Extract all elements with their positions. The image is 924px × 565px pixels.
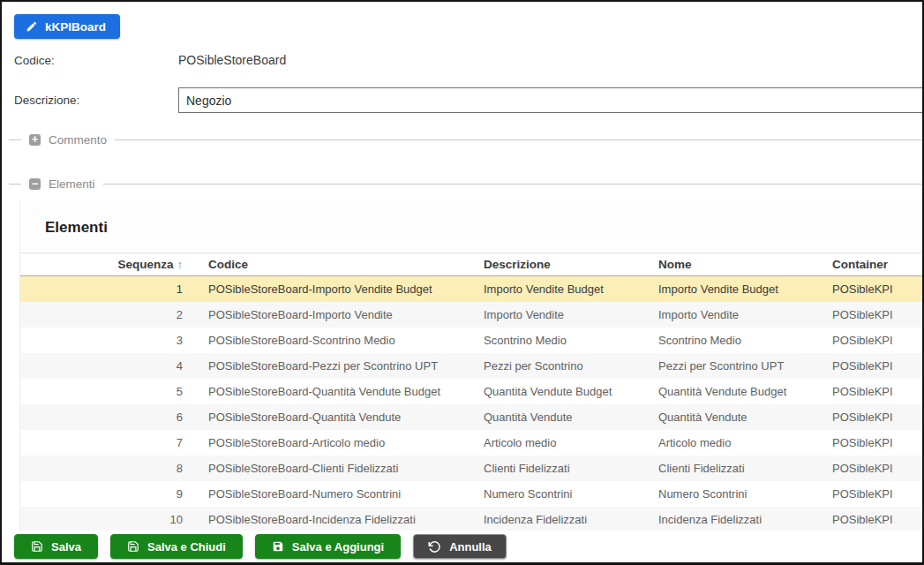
expand-plus-icon[interactable]: + <box>29 134 41 146</box>
cell-descrizione: Quantità Vendute <box>465 404 640 430</box>
save-button-label: Salva <box>51 540 81 554</box>
save-and-close-button-label: Salva e Chiudi <box>147 540 226 554</box>
cell-descrizione: Scontrino Medio <box>465 328 640 353</box>
cell-codice: POSibleStoreBoard-Incidenza Fidelizzati <box>190 507 465 532</box>
codice-label: Codice: <box>14 54 178 67</box>
cell-descrizione: Importo Vendite <box>465 302 640 328</box>
cell-codice: POSibleStoreBoard-Articolo medio <box>190 430 465 456</box>
column-header-descrizione[interactable]: Descrizione <box>465 253 640 276</box>
save-and-add-button[interactable]: Salva e Aggiungi <box>255 534 401 559</box>
save-outline-icon <box>31 540 43 553</box>
cell-descrizione: Articolo medio <box>465 430 640 456</box>
section-commento-label-group: + Commento <box>21 132 115 147</box>
grid-title: Elementi <box>20 200 922 252</box>
cell-codice: POSibleStoreBoard-Scontrino Medio <box>190 328 465 353</box>
save-outline-icon <box>127 540 139 553</box>
column-header-sequenza[interactable]: Sequenza↑ <box>20 253 190 276</box>
section-commento-header[interactable]: + Commento <box>2 132 922 147</box>
cell-nome: Clienti Fidelizzati <box>640 456 814 481</box>
cell-sequenza: 9 <box>20 481 190 507</box>
save-and-add-button-label: Salva e Aggiungi <box>292 540 384 554</box>
cell-sequenza: 8 <box>20 456 190 481</box>
cell-codice: POSibleStoreBoard-Pezzi per Scontrino UP… <box>190 353 465 379</box>
cell-container: POSibleKPI <box>814 481 922 507</box>
table-row[interactable]: 9 POSibleStoreBoard-Numero Scontrini Num… <box>20 481 922 507</box>
cell-sequenza: 6 <box>20 404 190 430</box>
cell-sequenza: 1 <box>20 276 190 302</box>
cell-sequenza: 2 <box>20 302 190 328</box>
cell-container: POSibleKPI <box>814 507 922 532</box>
cell-nome: Articolo medio <box>640 430 814 456</box>
cell-codice: POSibleStoreBoard-Importo Vendite Budget <box>190 276 465 302</box>
cell-nome: Incidenza Fidelizzati <box>640 507 814 532</box>
save-button[interactable]: Salva <box>14 534 98 559</box>
footer-action-bar: Salva Salva e Chiudi Salva e Aggiungi An… <box>2 531 922 562</box>
table-row[interactable]: 4 POSibleStoreBoard-Pezzi per Scontrino … <box>20 353 922 379</box>
cell-container: POSibleKPI <box>814 302 922 328</box>
cell-sequenza: 5 <box>20 379 190 404</box>
column-header-nome[interactable]: Nome <box>640 253 814 276</box>
section-elementi-rule <box>9 184 922 185</box>
cell-nome: Quantità Vendute <box>640 404 814 430</box>
cell-descrizione: Clienti Fidelizzati <box>465 456 640 481</box>
table-row[interactable]: 5 POSibleStoreBoard-Quantità Vendute Bud… <box>20 379 922 404</box>
cell-codice: POSibleStoreBoard-Quantità Vendute <box>190 404 465 430</box>
cell-container: POSibleKPI <box>814 404 922 430</box>
column-header-codice[interactable]: Codice <box>190 253 465 276</box>
table-row[interactable]: 3 POSibleStoreBoard-Scontrino Medio Scon… <box>20 328 922 353</box>
top-bar: kKPIBoard <box>14 14 120 39</box>
pencil-icon <box>26 20 38 33</box>
elementi-table: Sequenza↑ Codice Descrizione Nome Contai… <box>20 252 922 532</box>
undo-icon <box>428 540 441 554</box>
section-elementi-header[interactable]: − Elementi <box>2 176 922 192</box>
cell-container: POSibleKPI <box>814 430 922 456</box>
cell-container: POSibleKPI <box>814 379 922 404</box>
cell-nome: Scontrino Medio <box>640 328 814 353</box>
cell-nome: Importo Vendite <box>640 302 814 328</box>
table-row[interactable]: 7 POSibleStoreBoard-Articolo medio Artic… <box>20 430 922 456</box>
cell-descrizione: Numero Scontrini <box>465 481 640 507</box>
cell-nome: Importo Vendite Budget <box>640 276 814 302</box>
save-filled-icon <box>272 540 284 553</box>
cell-descrizione: Importo Vendite Budget <box>465 276 640 302</box>
cell-container: POSibleKPI <box>814 328 922 353</box>
sort-ascending-icon: ↑ <box>174 258 184 271</box>
table-row[interactable]: 6 POSibleStoreBoard-Quantità Vendute Qua… <box>20 404 922 430</box>
table-row[interactable]: 1 POSibleStoreBoard-Importo Vendite Budg… <box>20 276 922 302</box>
section-commento-rule <box>9 139 922 140</box>
cell-codice: POSibleStoreBoard-Quantità Vendute Budge… <box>190 379 465 404</box>
table-row[interactable]: 10 POSibleStoreBoard-Incidenza Fidelizza… <box>20 507 922 532</box>
cancel-button-label: Annulla <box>449 540 492 554</box>
cell-container: POSibleKPI <box>814 456 922 481</box>
cancel-button[interactable]: Annulla <box>413 534 507 559</box>
cell-nome: Pezzi per Scontrino UPT <box>640 353 814 379</box>
cell-nome: Numero Scontrini <box>640 481 814 507</box>
table-row[interactable]: 2 POSibleStoreBoard-Importo Vendite Impo… <box>20 302 922 328</box>
cell-sequenza: 3 <box>20 328 190 353</box>
codice-value: POSibleStoreBoard <box>178 53 286 67</box>
grid-body: 1 POSibleStoreBoard-Importo Vendite Budg… <box>20 276 922 532</box>
cell-sequenza: 7 <box>20 430 190 456</box>
cell-sequenza: 10 <box>20 507 190 532</box>
cell-container: POSibleKPI <box>814 276 922 302</box>
table-row[interactable]: 8 POSibleStoreBoard-Clienti Fidelizzati … <box>20 456 922 481</box>
codice-row: Codice: POSibleStoreBoard <box>14 51 922 69</box>
section-elementi-label-group: − Elementi <box>21 176 103 192</box>
descrizione-row: Descrizione: <box>14 87 922 113</box>
kkpiboard-edit-button[interactable]: kKPIBoard <box>14 14 120 39</box>
cell-container: POSibleKPI <box>814 353 922 379</box>
cell-codice: POSibleStoreBoard-Importo Vendite <box>190 302 465 328</box>
cell-sequenza: 4 <box>20 353 190 379</box>
cell-codice: POSibleStoreBoard-Clienti Fidelizzati <box>190 456 465 481</box>
kkpiboard-edit-button-label: kKPIBoard <box>45 20 106 34</box>
collapse-minus-icon[interactable]: − <box>29 178 41 190</box>
save-and-close-button[interactable]: Salva e Chiudi <box>110 534 243 559</box>
cell-descrizione: Incidenza Fidelizzati <box>465 507 640 532</box>
cell-descrizione: Pezzi per Scontrino <box>465 353 640 379</box>
descrizione-input[interactable] <box>178 87 922 113</box>
cell-descrizione: Quantità Vendute Budget <box>465 379 640 404</box>
column-header-container[interactable]: Container <box>814 253 922 276</box>
elementi-grid-panel: Elementi Sequenza↑ Codice Descrizione No… <box>19 200 922 562</box>
section-commento-label: Commento <box>49 133 107 147</box>
cell-codice: POSibleStoreBoard-Numero Scontrini <box>190 481 465 507</box>
